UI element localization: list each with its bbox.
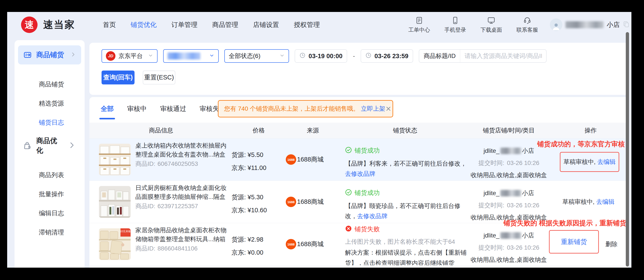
status-text: 铺货成功 (354, 188, 380, 197)
date-end-value: 03-26 23:59 (374, 52, 408, 60)
go-edit-link[interactable]: 去编辑 (596, 198, 614, 206)
price-jd-label: 京东: (232, 207, 246, 214)
nav-item-home[interactable]: 首页 (103, 20, 116, 29)
source-label: 1688商城 (297, 155, 324, 164)
close-icon[interactable] (385, 106, 392, 112)
sidebar-item-edit-log[interactable]: 编辑日志 (14, 204, 84, 223)
nav-item-shop-settings[interactable]: 店铺设置 (253, 20, 279, 29)
action-status-text: 草稿审核中, (564, 158, 596, 166)
product-id-label: 商品ID: (136, 203, 155, 210)
date-start-value: 03-19 00:00 (308, 52, 342, 60)
source-1688-badge: 1688 (286, 239, 296, 250)
sidebar-group-product-listing[interactable]: 商品铺货 (18, 45, 81, 64)
chevron-right-icon (68, 141, 76, 150)
annotation-box-relist: 重新铺货 (549, 230, 599, 254)
reset-button[interactable]: 重置(ESC) (143, 70, 175, 84)
download-desktop-button[interactable]: 下载桌面 (480, 16, 502, 34)
sidebar-item-listing-log[interactable]: 铺货日志 (14, 113, 84, 132)
vertical-scrollbar[interactable] (626, 32, 629, 266)
product-id: 886604841106 (158, 245, 198, 252)
keyword-input[interactable] (460, 49, 546, 63)
phone-login-button[interactable]: 手机登录 (444, 16, 466, 34)
action-status-text: 草稿审核中, (562, 198, 594, 206)
column-header-shop-time-category: 铺货店铺/时间/类目 (466, 123, 552, 138)
date-range-separator: - (353, 52, 355, 60)
chevron-right-icon (70, 52, 76, 58)
go-edit-link[interactable]: 去编辑 (597, 158, 616, 166)
contact-support-button[interactable]: 联系客服 (516, 16, 538, 34)
sidebar-item-product-list[interactable]: 商品列表 (14, 166, 84, 185)
tab-in-review[interactable]: 审核中 (127, 104, 147, 113)
price-jd-label: 京东: (232, 249, 246, 256)
delete-link[interactable]: 删除 (606, 223, 618, 265)
shop-name-prefix: jdlite_ (484, 190, 499, 197)
store-select[interactable] (163, 49, 219, 63)
list-now-link[interactable]: 立即上架 (361, 104, 385, 113)
platform-select[interactable]: JD 京东平台 (102, 49, 158, 63)
nav-item-orders[interactable]: 订单管理 (172, 20, 198, 29)
app-logo[interactable]: 速 速当家 (21, 16, 75, 33)
sidebar-item-product-listing[interactable]: 商品铺货 (14, 75, 84, 94)
fail-x-icon (345, 225, 352, 234)
clock-icon (300, 52, 306, 60)
price-source-value: ¥2.98 (248, 236, 264, 243)
category: 收纳用品,收纳盒,桌面收纳盒 (466, 256, 552, 264)
shop-cell: jdlite_小店 提交时间:03-26 10:26 收纳用品,收纳盒,桌面收纳… (466, 147, 552, 183)
price-source-label: 货源: (232, 194, 246, 200)
status-select[interactable]: 全部状态(6) (224, 49, 289, 63)
source-1688-badge: 1688 (286, 197, 296, 207)
clock-icon (366, 52, 372, 60)
box-arrow-icon (23, 50, 32, 59)
quick-label: 联系客服 (516, 26, 538, 34)
shop-name-redacted (500, 148, 521, 154)
account-menu[interactable]: 小店 (550, 18, 630, 31)
date-end-picker[interactable]: 03-26 23:59 (360, 49, 413, 63)
ticket-center-button[interactable]: 工单中心 (408, 16, 430, 34)
status-cell: 铺货失败 上传图片失败，图片名称长度不能大于64 解决方案：根据错误提示，点击右… (345, 225, 466, 268)
sidebar-group-product-optimize[interactable]: 商品优化 (14, 136, 84, 155)
account-name-suffix: 小店 (607, 20, 620, 29)
sidebar-item-slow-sales-cleanup[interactable]: 滞销清理 (14, 223, 84, 242)
submit-time: 03-26 10:26 (507, 244, 539, 251)
nav-item-listing-optimize[interactable]: 铺货优化 (130, 20, 157, 29)
status-text: 铺货成功 (354, 146, 380, 155)
column-header-product: 商品信息 (118, 123, 204, 138)
tab-all[interactable]: 全部 (101, 104, 114, 113)
nav-item-auth[interactable]: 授权管理 (294, 20, 320, 29)
listing-log-panel: 全部 审核中 审核通过 审核失败 您有 740 个铺货商品未上架，上架后才能销售… (90, 97, 628, 268)
search-button[interactable]: 查询(回车) (102, 70, 134, 84)
top-header: 速 速当家 首页 铺货优化 订单管理 商品管理 店铺设置 授权管理 工单中心 手… (7, 12, 632, 38)
copy-icon[interactable] (623, 21, 630, 29)
edit-brand-link[interactable]: 去修改品牌 (357, 213, 388, 220)
shop-name-redacted (500, 232, 521, 239)
price-cell: 货源:¥5.30 京东:¥10.60 (232, 193, 288, 219)
shop-name-suffix: 小店 (522, 189, 534, 197)
app-window: 速 速当家 首页 铺货优化 订单管理 商品管理 店铺设置 授权管理 工单中心 手… (7, 12, 632, 268)
date-start-picker[interactable]: 03-19 00:00 (295, 49, 347, 63)
product-id-label: 商品ID: (136, 245, 155, 252)
phone-icon (451, 16, 459, 24)
sidebar-item-selected-sources[interactable]: 精选货源 (14, 94, 84, 113)
sidebar-item-batch-ops[interactable]: 批量操作 (14, 185, 84, 204)
price-source-value: ¥5.50 (248, 151, 264, 158)
submit-time: 03-26 10:26 (507, 202, 539, 209)
relist-link[interactable]: 重新铺货 (561, 238, 587, 246)
product-id-label: 商品ID: (136, 160, 155, 167)
nav-item-products[interactable]: 商品管理 (212, 20, 238, 29)
category: 收纳用品,收纳盒,桌面收纳盒 (466, 171, 552, 179)
fail-reason: 上传图片失败，图片名称长度不能大于64 (345, 236, 466, 247)
edit-brand-link[interactable]: 去修改品牌 (345, 170, 376, 177)
price-jd-value: ¥10.60 (248, 207, 267, 214)
product-title: 桌上收纳箱内衣收纳筐衣柜抽屉内整理盒桌面化妆盒有盖衣物...纳盒 (136, 141, 228, 159)
submit-time: 03-26 10:26 (507, 160, 539, 166)
header-quick-actions: 工单中心 手机登录 下载桌面 联系客服 (408, 16, 538, 34)
price-jd-label: 京东: (232, 164, 246, 171)
column-header-status: 铺货状态 (344, 123, 466, 138)
table-row: 10元补贴 家居杂物用品收纳盒桌面衣柜衣物储物箱带盖整理盒塑料玩具...纳箱 商… (90, 223, 628, 265)
price-jd-value: ¥11.00 (248, 164, 266, 171)
annotation-success-note: 铺货成功的，等京东官方审核 (537, 140, 625, 149)
shop-cell: jdlite_小店 提交时间:03-26 10:26 收纳用品,收纳盒,桌面收纳… (466, 232, 552, 268)
main-nav: 首页 铺货优化 订单管理 商品管理 店铺设置 授权管理 (103, 20, 320, 29)
tab-review-passed[interactable]: 审核通过 (160, 104, 186, 113)
source-label: 1688商城 (297, 240, 324, 248)
